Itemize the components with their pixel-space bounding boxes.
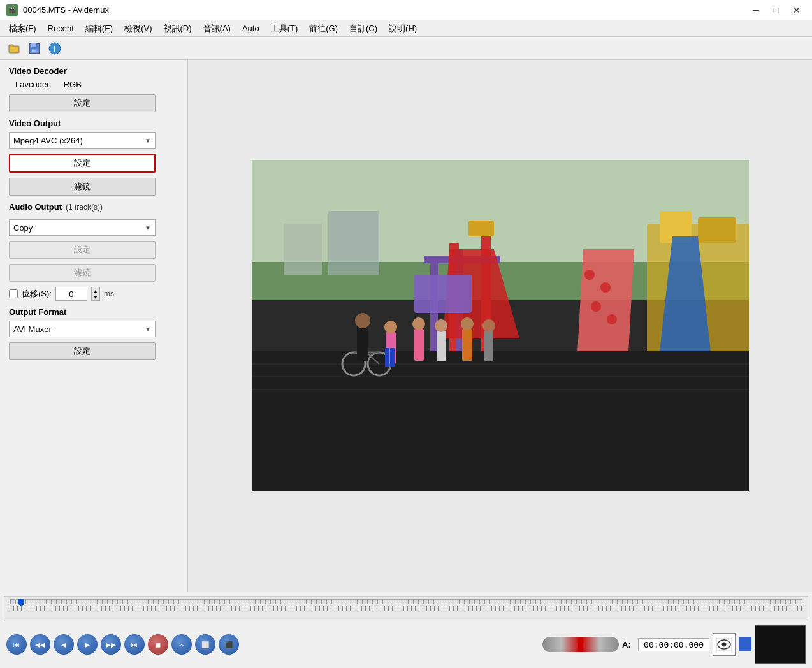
skip-forward-button[interactable]: ⏭ bbox=[124, 634, 145, 655]
preview-thumbnail bbox=[755, 625, 806, 664]
svg-point-55 bbox=[722, 643, 727, 647]
codec-name: Lavcodec bbox=[15, 80, 51, 89]
menu-help[interactable]: 說明(H) bbox=[384, 22, 422, 36]
open-button[interactable] bbox=[5, 40, 23, 57]
menu-view[interactable]: 檢視(V) bbox=[119, 22, 157, 36]
shift-checkbox[interactable] bbox=[9, 289, 18, 298]
maximize-button[interactable]: □ bbox=[767, 3, 785, 18]
svg-rect-30 bbox=[698, 217, 736, 243]
video-decoder-config-button[interactable]: 設定 bbox=[9, 94, 156, 112]
menu-bar: 檔案(F) Recent 編輯(E) 檢視(V) 視訊(D) 音訊(A) Aut… bbox=[0, 20, 812, 37]
fast-rewind-button[interactable]: ◀◀ bbox=[30, 634, 50, 655]
close-button[interactable]: ✕ bbox=[788, 3, 806, 18]
spinner-down-button[interactable]: ▼ bbox=[92, 294, 99, 300]
svg-rect-2 bbox=[10, 47, 18, 52]
view-toggle-button[interactable] bbox=[713, 633, 736, 656]
bottom-bar: ⏮ ◀◀ ◀ ▶ ▶▶ ⏭ ◼ ✂ ⬜ ⬛ A: 00:00:00.000 bbox=[0, 592, 812, 668]
codec-info: Lavcodec RGB bbox=[15, 80, 178, 89]
svg-rect-12 bbox=[284, 224, 322, 275]
video-output-value: Mpeg4 AVC (x264) bbox=[13, 136, 83, 145]
menu-tools[interactable]: 工具(T) bbox=[266, 22, 303, 36]
dropdown-arrow-icon: ▼ bbox=[145, 137, 151, 144]
output-format-value: AVI Muxer bbox=[13, 324, 52, 334]
video-output-filter-button[interactable]: 濾鏡 bbox=[9, 178, 156, 196]
output-format-config-button[interactable]: 設定 bbox=[9, 342, 156, 360]
prev-frame-button[interactable]: ◀ bbox=[54, 634, 74, 655]
timeline-ticks bbox=[10, 606, 802, 611]
svg-marker-23 bbox=[577, 249, 634, 364]
svg-rect-13 bbox=[328, 211, 379, 275]
svg-point-43 bbox=[384, 321, 397, 333]
audio-shift-row: 位移(S): 0 ▲ ▼ ms bbox=[9, 287, 178, 301]
menu-goto[interactable]: 前往(G) bbox=[304, 22, 343, 36]
svg-rect-6 bbox=[32, 50, 36, 52]
audio-output-value: Copy bbox=[13, 223, 33, 233]
menu-video[interactable]: 視訊(D) bbox=[159, 22, 197, 36]
ms-label: ms bbox=[104, 289, 114, 298]
svg-point-49 bbox=[435, 319, 447, 332]
title-bar: 🎬 00045.MTS - Avidemux ─ □ ✕ bbox=[0, 0, 812, 20]
spinner-up-button[interactable]: ▲ bbox=[92, 287, 99, 294]
timeline-area[interactable] bbox=[4, 596, 808, 621]
codec-colorspace: RGB bbox=[64, 80, 82, 89]
svg-rect-4 bbox=[31, 43, 36, 47]
audio-config-button: 設定 bbox=[9, 241, 156, 259]
cut-button[interactable]: ✂ bbox=[171, 634, 192, 655]
blue-indicator bbox=[739, 637, 751, 651]
audio-output-dropdown[interactable]: Copy ▼ bbox=[9, 219, 156, 236]
fast-forward-button[interactable]: ▶▶ bbox=[101, 634, 121, 655]
output-format-title: Output Format bbox=[9, 307, 178, 317]
video-output-config-button[interactable]: 設定 bbox=[9, 154, 156, 173]
shift-label: 位移(S): bbox=[22, 288, 52, 300]
video-output-dropdown[interactable]: Mpeg4 AVC (x264) ▼ bbox=[9, 132, 156, 149]
menu-audio[interactable]: 音訊(A) bbox=[198, 22, 236, 36]
svg-point-26 bbox=[591, 301, 601, 312]
svg-rect-52 bbox=[484, 331, 493, 361]
play-button[interactable]: ▶ bbox=[77, 634, 98, 655]
controls-row: ⏮ ◀◀ ◀ ▶ ▶▶ ⏭ ◼ ✂ ⬜ ⬛ A: 00:00:00.000 bbox=[4, 624, 808, 665]
video-preview bbox=[252, 160, 749, 491]
svg-rect-46 bbox=[414, 329, 424, 361]
menu-edit[interactable]: 編輯(E) bbox=[80, 22, 118, 36]
open-icon bbox=[8, 42, 20, 55]
zoom-slider[interactable] bbox=[542, 637, 619, 652]
menu-custom[interactable]: 自訂(C) bbox=[344, 22, 382, 36]
time-label-a: A: bbox=[622, 640, 635, 650]
output-format-dropdown[interactable]: AVI Muxer ▼ bbox=[9, 321, 156, 337]
svg-rect-48 bbox=[437, 331, 446, 361]
app-icon: 🎬 bbox=[6, 4, 18, 16]
eye-icon bbox=[716, 638, 732, 651]
audio-track-info: (1 track(s)) bbox=[66, 203, 103, 212]
svg-point-41 bbox=[355, 313, 370, 328]
menu-recent[interactable]: Recent bbox=[43, 22, 79, 34]
minimize-button[interactable]: ─ bbox=[747, 3, 765, 18]
svg-point-27 bbox=[607, 314, 617, 324]
audio-output-select-row: Copy ▼ bbox=[9, 219, 178, 236]
main-content: Video Decoder Lavcodec RGB 設定 Video Outp… bbox=[0, 60, 812, 592]
menu-file[interactable]: 檔案(F) bbox=[4, 22, 41, 36]
toolbar: i bbox=[0, 37, 812, 60]
zoom-thumb bbox=[578, 638, 583, 651]
menu-auto[interactable]: Auto bbox=[237, 22, 265, 34]
shift-value-input[interactable]: 0 bbox=[55, 287, 87, 301]
stop-button[interactable]: ◼ bbox=[148, 634, 168, 655]
svg-rect-32 bbox=[252, 351, 749, 491]
video-output-select-row: Mpeg4 AVC (x264) ▼ bbox=[9, 132, 178, 149]
info-button[interactable]: i bbox=[46, 40, 64, 57]
left-panel: Video Decoder Lavcodec RGB 設定 Video Outp… bbox=[0, 60, 188, 592]
svg-rect-22 bbox=[414, 275, 472, 313]
time-display: 00:00:00.000 bbox=[638, 638, 709, 651]
svg-point-53 bbox=[482, 319, 495, 332]
skip-back-button[interactable]: ⏮ bbox=[6, 634, 27, 655]
audio-filter-button: 濾鏡 bbox=[9, 264, 156, 282]
audio-dropdown-arrow-icon: ▼ bbox=[145, 224, 151, 231]
svg-rect-1 bbox=[9, 45, 13, 47]
save-button[interactable] bbox=[25, 40, 43, 57]
window-controls: ─ □ ✕ bbox=[747, 3, 806, 18]
svg-text:i: i bbox=[54, 45, 55, 54]
svg-point-24 bbox=[584, 270, 595, 280]
paste-button[interactable]: ⬛ bbox=[219, 634, 239, 655]
copy-button[interactable]: ⬜ bbox=[195, 634, 215, 655]
shift-spinner[interactable]: ▲ ▼ bbox=[91, 287, 100, 301]
audio-output-title: Audio Output bbox=[9, 202, 62, 212]
